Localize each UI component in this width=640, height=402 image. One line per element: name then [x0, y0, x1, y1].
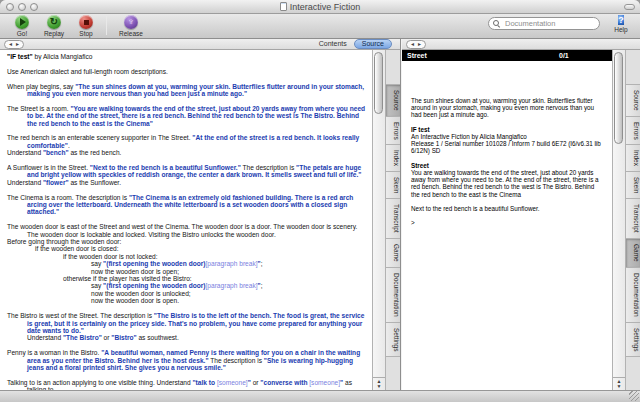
source-line	[0, 157, 369, 164]
source-line: Talking to is an action applying to one …	[0, 379, 369, 390]
game-line: The sun shines down at you, warming your…	[411, 97, 604, 119]
source-line: The Cinema is a room. The description is…	[0, 194, 369, 216]
bottom-bar	[0, 390, 640, 402]
tab-contents[interactable]: Contents	[312, 39, 354, 49]
stop-icon	[79, 15, 93, 29]
game-output[interactable]: The sun shines down at you, warming your…	[402, 61, 612, 390]
game-panel: ◂ ▸ Street 0/1 The sun shines down at yo…	[401, 39, 640, 390]
source-editor[interactable]: "IF test" by Alicia MangiaficoUse Americ…	[0, 50, 373, 390]
forward-button[interactable]: ▸	[418, 40, 421, 48]
game-line	[411, 212, 604, 219]
side-tab-errors[interactable]: Errors	[386, 116, 400, 145]
game-line: Next to the red bench is a beautiful Sun…	[411, 205, 604, 212]
toolbar-divider	[106, 16, 107, 35]
side-tab-source[interactable]: Source	[386, 84, 400, 116]
source-line: Penny is a woman in the Bistro. "A beaut…	[0, 349, 369, 371]
source-line: now the wooden door is open.	[0, 297, 369, 304]
source-line: Use American dialect and full-length roo…	[0, 68, 369, 75]
replay-button[interactable]: ↻ Replay	[38, 15, 70, 37]
source-line: say "(first opening the wooden door)[par…	[0, 282, 369, 289]
scrollbar-thumb[interactable]	[614, 52, 623, 144]
replay-icon: ↻	[47, 15, 61, 29]
window-title-text: Interactive Fiction	[290, 2, 361, 12]
game-line	[411, 155, 604, 162]
source-line: The wooden door is east of the Street an…	[0, 223, 369, 238]
side-tab-settings[interactable]: Settings	[386, 322, 400, 358]
game-line: IF test	[411, 126, 604, 133]
source-line	[0, 60, 369, 67]
source-line	[0, 127, 369, 134]
source-line	[0, 97, 369, 104]
side-tab-transcript[interactable]: Transcript	[626, 198, 640, 238]
side-tab-index[interactable]: Index	[386, 144, 400, 171]
window: Interactive Fiction Go! ↻ Replay Stop ♆ …	[0, 0, 640, 402]
side-tab-settings[interactable]: Settings	[626, 322, 640, 358]
go-icon	[15, 15, 29, 29]
nav-arrows: ◂ ▸	[4, 40, 24, 49]
scrollbar-thumb[interactable]	[374, 52, 383, 114]
source-line	[0, 305, 369, 312]
game-line: Release 1 / Serial number 101028 / Infor…	[411, 140, 604, 154]
left-side-tabstrip: SourceErrorsIndexSkeinTranscriptGameDocu…	[386, 50, 400, 390]
source-line: if the wooden door is closed:	[0, 245, 369, 252]
status-bar: Street 0/1	[402, 50, 612, 61]
back-button[interactable]: ◂	[9, 40, 12, 48]
side-tab-index[interactable]: Index	[626, 144, 640, 171]
documentation-search-field[interactable]	[488, 17, 600, 30]
source-line: Before going through the wooden door:	[0, 238, 369, 245]
source-line: say "(first opening the wooden door)[par…	[0, 260, 369, 267]
side-tab-source[interactable]: Source	[626, 84, 640, 116]
window-title: Interactive Fiction	[280, 2, 361, 12]
search-icon	[493, 20, 500, 27]
source-line	[0, 342, 369, 349]
side-tab-transcript[interactable]: Transcript	[386, 198, 400, 238]
game-line	[411, 119, 604, 126]
main-area: ◂ ▸ Contents Source "IF test" by Alicia …	[0, 39, 640, 390]
source-line: When play begins, say "The sun shines do…	[0, 83, 369, 98]
toolbar-toggle-pill[interactable]	[624, 4, 635, 10]
game-line: An Interactive Fiction by Alicia Mangiaf…	[411, 133, 604, 140]
source-line: Understand "bench" as the red bench.	[0, 149, 369, 156]
source-line: The red bench is an enterable scenery su…	[0, 134, 369, 149]
nav-arrows: ◂ ▸	[406, 40, 426, 49]
help-button[interactable]: ? Help	[608, 15, 634, 33]
title-bar: Interactive Fiction	[0, 0, 640, 14]
command-prompt[interactable]: >	[411, 219, 604, 226]
status-room: Street	[407, 52, 427, 59]
release-button[interactable]: ♆ Release	[115, 15, 147, 37]
scrollbar-arrows[interactable]: ▲▼	[373, 377, 385, 389]
side-tab-documentation[interactable]: Documentation	[386, 267, 400, 322]
window-controls	[6, 3, 38, 11]
go-button[interactable]: Go!	[6, 15, 38, 37]
source-line: A Sunflower is in the Street. "Next to t…	[0, 164, 369, 179]
side-tab-game[interactable]: Game	[386, 238, 400, 267]
zoom-button[interactable]	[30, 3, 38, 11]
source-line: Understand "flower" as the Sunflower.	[0, 179, 369, 186]
game-panel-header: ◂ ▸	[402, 39, 640, 50]
stop-button[interactable]: Stop	[70, 15, 102, 37]
source-line: now the wooden door is unlocked;	[0, 290, 369, 297]
side-tab-skein[interactable]: Skein	[626, 171, 640, 198]
close-button[interactable]	[6, 3, 14, 11]
side-tab-skein[interactable]: Skein	[386, 171, 400, 198]
minimize-button[interactable]	[18, 3, 26, 11]
resize-grip[interactable]	[629, 391, 639, 401]
source-line: otherwise if the player has visited the …	[0, 275, 369, 282]
back-button[interactable]: ◂	[411, 40, 414, 48]
side-tab-documentation[interactable]: Documentation	[626, 267, 640, 322]
scrollbar-arrows[interactable]: ▲▼	[613, 377, 625, 389]
source-line: The Street is a room. "You are walking t…	[0, 105, 369, 127]
documentation-search-input[interactable]	[503, 18, 595, 29]
tab-source[interactable]: Source	[354, 39, 392, 49]
forward-button[interactable]: ▸	[16, 40, 19, 48]
right-side-tabstrip: SourceErrorsIndexSkeinTranscriptGameDocu…	[626, 50, 640, 390]
source-line: The Bistro is west of the Street. The de…	[0, 312, 369, 334]
side-tab-game[interactable]: Game	[626, 238, 640, 267]
game-line: You are walking towards the end of the s…	[411, 169, 604, 198]
status-score: 0/1	[559, 52, 569, 59]
source-line: "IF test" by Alicia Mangiafico	[0, 53, 369, 60]
source-scrollbar: ▲▼	[373, 50, 386, 390]
side-tab-errors[interactable]: Errors	[626, 116, 640, 145]
source-panel: ◂ ▸ Contents Source "IF test" by Alicia …	[0, 39, 401, 390]
game-scrollbar: ▲▼	[613, 50, 626, 390]
